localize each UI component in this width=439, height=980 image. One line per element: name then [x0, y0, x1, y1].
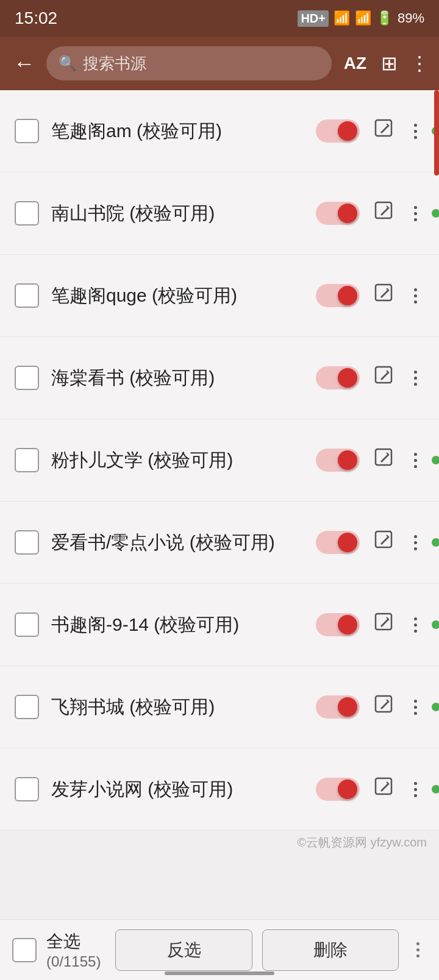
- more-dot: [414, 136, 417, 139]
- more-dot: [414, 206, 417, 209]
- toggle-wrap[interactable]: [316, 613, 360, 636]
- more-dot: [414, 541, 417, 544]
- toggle-switch[interactable]: [316, 366, 360, 389]
- item-checkbox[interactable]: [15, 695, 39, 719]
- edit-icon[interactable]: [372, 612, 396, 637]
- more-icon[interactable]: [406, 206, 424, 221]
- bottom-more-button[interactable]: [409, 942, 427, 957]
- scrollbar-thumb[interactable]: [434, 90, 439, 176]
- more-dot: [414, 782, 417, 785]
- hd-icon: HD+: [298, 10, 329, 27]
- list-item: 书趣阁-9-14 (校验可用): [0, 584, 439, 666]
- signal-4g-icon: 📶: [355, 10, 371, 26]
- item-checkbox[interactable]: [15, 119, 39, 143]
- edit-icon[interactable]: [372, 695, 396, 719]
- more-dot: [414, 788, 417, 791]
- more-dot: [414, 383, 417, 386]
- toggle-switch[interactable]: [316, 119, 360, 143]
- item-label: 笔趣阁am (校验可用): [51, 119, 316, 144]
- edit-icon[interactable]: [372, 448, 396, 472]
- more-icon[interactable]: [406, 371, 424, 386]
- toggle-wrap[interactable]: [316, 202, 360, 225]
- item-checkbox[interactable]: [15, 201, 39, 225]
- toggle-wrap[interactable]: [316, 695, 360, 719]
- more-dot: [414, 700, 417, 703]
- more-icon[interactable]: [406, 453, 424, 468]
- scrollbar[interactable]: [434, 90, 439, 919]
- search-bar[interactable]: 🔍 搜索书源: [46, 46, 332, 80]
- toggle-wrap[interactable]: [316, 778, 360, 801]
- toolbar-more-button[interactable]: ⋮: [410, 52, 429, 75]
- svg-rect-0: [376, 120, 391, 136]
- item-label: 发芽小说网 (校验可用): [51, 777, 316, 802]
- select-all-checkbox[interactable]: [12, 938, 37, 962]
- edit-icon[interactable]: [372, 283, 396, 308]
- toggle-switch[interactable]: [316, 531, 360, 554]
- toolbar: ← 🔍 搜索书源 AZ ⊞ ⋮: [0, 37, 439, 90]
- list-item: 爱看书/零点小说 (校验可用): [0, 502, 439, 584]
- toggle-switch[interactable]: [316, 778, 360, 801]
- svg-rect-7: [376, 696, 391, 712]
- more-dot: [414, 459, 417, 462]
- more-icon[interactable]: [406, 782, 424, 797]
- toggle-knob: [338, 121, 357, 141]
- toggle-switch[interactable]: [316, 613, 360, 636]
- more-dot: [414, 617, 417, 620]
- invert-button[interactable]: 反选: [115, 929, 252, 971]
- svg-rect-4: [376, 449, 391, 465]
- grid-icon[interactable]: ⊞: [381, 52, 398, 75]
- item-checkbox[interactable]: [15, 366, 39, 390]
- more-dot: [414, 300, 417, 304]
- toggle-wrap[interactable]: [316, 366, 360, 389]
- battery-text: 89%: [398, 10, 424, 26]
- back-icon: ←: [13, 51, 35, 76]
- toggle-wrap[interactable]: [316, 119, 360, 143]
- item-checkbox[interactable]: [15, 448, 39, 472]
- more-dot: [414, 547, 417, 550]
- edit-icon[interactable]: [372, 530, 396, 555]
- edit-icon[interactable]: [372, 119, 396, 143]
- item-checkbox[interactable]: [15, 612, 39, 637]
- toggle-wrap[interactable]: [316, 449, 360, 472]
- more-icon[interactable]: [406, 700, 424, 715]
- list-item: 笔趣阁quge (校验可用): [0, 255, 439, 337]
- status-bar: 15:02 HD+ 📶 📶 🔋 89%: [0, 0, 439, 37]
- more-dot: [414, 371, 417, 374]
- more-dot: [414, 712, 417, 715]
- list-item: 笔趣阁am (校验可用): [0, 90, 439, 172]
- svg-rect-6: [376, 614, 391, 630]
- toggle-switch[interactable]: [316, 284, 360, 307]
- more-dot: [414, 453, 417, 456]
- toggle-switch[interactable]: [316, 202, 360, 225]
- item-checkbox[interactable]: [15, 283, 39, 308]
- more-dot: [414, 294, 417, 297]
- back-button[interactable]: ←: [10, 51, 39, 76]
- more-dot: [414, 288, 417, 291]
- toggle-wrap[interactable]: [316, 284, 360, 307]
- toggle-knob: [338, 368, 357, 388]
- list-item: 发芽小说网 (校验可用): [0, 748, 439, 831]
- more-icon[interactable]: [406, 617, 424, 633]
- search-icon: 🔍: [59, 55, 77, 72]
- source-list: 笔趣阁am (校验可用)南山书院 (校验可用)笔趣阁quge (校验可用)海棠看…: [0, 90, 439, 919]
- edit-icon[interactable]: [372, 366, 396, 390]
- svg-rect-3: [376, 367, 391, 383]
- item-checkbox[interactable]: [15, 530, 39, 555]
- edit-icon[interactable]: [372, 777, 396, 801]
- item-label: 海棠看书 (校验可用): [51, 366, 316, 391]
- more-icon[interactable]: [406, 124, 424, 139]
- search-placeholder: 搜索书源: [83, 53, 146, 74]
- more-dot: [414, 124, 417, 127]
- more-dot: [414, 794, 417, 797]
- toggle-wrap[interactable]: [316, 531, 360, 554]
- item-checkbox[interactable]: [15, 777, 39, 801]
- az-sort-button[interactable]: AZ: [344, 54, 366, 73]
- delete-button[interactable]: 删除: [262, 929, 399, 971]
- edit-icon[interactable]: [372, 201, 396, 225]
- item-label: 飞翔书城 (校验可用): [51, 695, 316, 720]
- more-icon[interactable]: [406, 535, 424, 550]
- more-icon[interactable]: [406, 288, 424, 304]
- toggle-switch[interactable]: [316, 695, 360, 719]
- toggle-switch[interactable]: [316, 449, 360, 472]
- svg-rect-5: [376, 531, 391, 547]
